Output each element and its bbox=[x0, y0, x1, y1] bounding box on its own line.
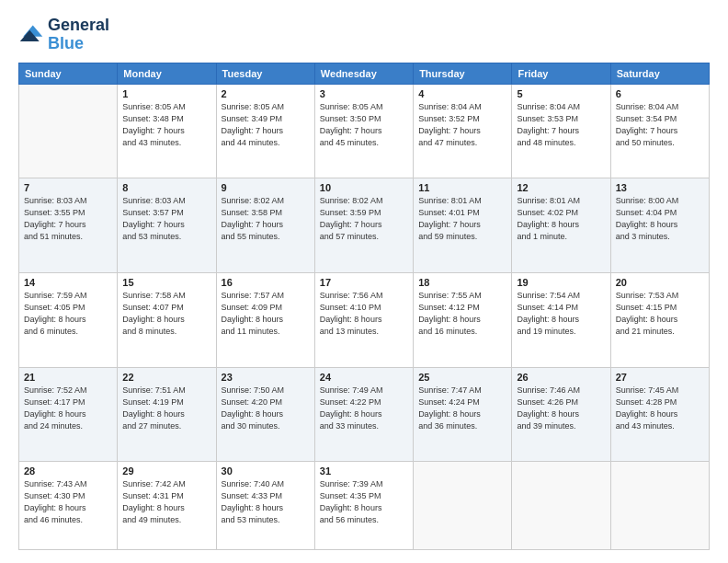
calendar-week-row: 14Sunrise: 7:59 AM Sunset: 4:05 PM Dayli… bbox=[19, 272, 710, 367]
day-info: Sunrise: 8:03 AM Sunset: 3:57 PM Dayligh… bbox=[122, 195, 210, 243]
day-number: 25 bbox=[418, 372, 506, 383]
day-number: 6 bbox=[616, 88, 704, 99]
calendar-cell: 8Sunrise: 8:03 AM Sunset: 3:57 PM Daylig… bbox=[118, 178, 216, 273]
logo-icon bbox=[18, 22, 44, 48]
day-info: Sunrise: 8:05 AM Sunset: 3:50 PM Dayligh… bbox=[320, 101, 408, 149]
day-info: Sunrise: 7:40 AM Sunset: 4:33 PM Dayligh… bbox=[222, 478, 310, 526]
day-number: 24 bbox=[320, 372, 408, 383]
calendar-cell bbox=[19, 84, 118, 178]
day-number: 30 bbox=[222, 465, 310, 477]
calendar-cell: 21Sunrise: 7:52 AM Sunset: 4:17 PM Dayli… bbox=[19, 367, 118, 462]
day-info: Sunrise: 8:02 AM Sunset: 3:59 PM Dayligh… bbox=[320, 195, 408, 243]
calendar-week-row: 1Sunrise: 8:05 AM Sunset: 3:48 PM Daylig… bbox=[19, 84, 710, 178]
calendar-cell: 3Sunrise: 8:05 AM Sunset: 3:50 PM Daylig… bbox=[314, 84, 413, 178]
day-number: 7 bbox=[24, 182, 112, 193]
calendar-cell: 31Sunrise: 7:39 AM Sunset: 4:35 PM Dayli… bbox=[314, 462, 413, 550]
day-number: 8 bbox=[122, 182, 210, 193]
col-sunday: Sunday bbox=[19, 63, 118, 84]
col-tuesday: Tuesday bbox=[216, 63, 314, 84]
calendar-cell: 9Sunrise: 8:02 AM Sunset: 3:58 PM Daylig… bbox=[216, 178, 314, 273]
calendar-cell: 17Sunrise: 7:56 AM Sunset: 4:10 PM Dayli… bbox=[314, 272, 413, 367]
day-number: 10 bbox=[320, 182, 408, 193]
day-number: 31 bbox=[320, 465, 408, 477]
calendar-cell: 26Sunrise: 7:46 AM Sunset: 4:26 PM Dayli… bbox=[512, 367, 610, 462]
day-info: Sunrise: 8:01 AM Sunset: 4:01 PM Dayligh… bbox=[418, 195, 506, 243]
day-number: 11 bbox=[418, 182, 506, 193]
day-number: 2 bbox=[222, 88, 310, 99]
day-number: 27 bbox=[616, 372, 704, 383]
calendar-cell: 1Sunrise: 8:05 AM Sunset: 3:48 PM Daylig… bbox=[118, 84, 216, 178]
col-monday: Monday bbox=[118, 63, 216, 84]
calendar-cell bbox=[610, 462, 709, 550]
calendar-header-row: Sunday Monday Tuesday Wednesday Thursday… bbox=[19, 63, 710, 84]
calendar-cell: 20Sunrise: 7:53 AM Sunset: 4:15 PM Dayli… bbox=[610, 272, 709, 367]
calendar-cell: 15Sunrise: 7:58 AM Sunset: 4:07 PM Dayli… bbox=[118, 272, 216, 367]
calendar-cell: 11Sunrise: 8:01 AM Sunset: 4:01 PM Dayli… bbox=[414, 178, 512, 273]
header: General Blue bbox=[18, 17, 710, 53]
day-number: 26 bbox=[517, 372, 605, 383]
calendar-cell bbox=[414, 462, 512, 550]
day-number: 15 bbox=[122, 277, 210, 288]
calendar-week-row: 21Sunrise: 7:52 AM Sunset: 4:17 PM Dayli… bbox=[19, 367, 710, 462]
day-info: Sunrise: 7:45 AM Sunset: 4:28 PM Dayligh… bbox=[616, 385, 704, 432]
calendar: Sunday Monday Tuesday Wednesday Thursday… bbox=[18, 63, 710, 550]
calendar-cell: 4Sunrise: 8:04 AM Sunset: 3:52 PM Daylig… bbox=[414, 84, 512, 178]
day-info: Sunrise: 8:04 AM Sunset: 3:52 PM Dayligh… bbox=[418, 101, 506, 149]
day-info: Sunrise: 7:55 AM Sunset: 4:12 PM Dayligh… bbox=[418, 290, 506, 338]
day-number: 4 bbox=[418, 88, 506, 99]
day-info: Sunrise: 8:05 AM Sunset: 3:48 PM Dayligh… bbox=[122, 101, 210, 149]
calendar-week-row: 7Sunrise: 8:03 AM Sunset: 3:55 PM Daylig… bbox=[19, 178, 710, 273]
day-number: 20 bbox=[616, 277, 704, 288]
day-info: Sunrise: 7:52 AM Sunset: 4:17 PM Dayligh… bbox=[24, 385, 112, 432]
day-number: 23 bbox=[222, 372, 310, 383]
day-info: Sunrise: 8:05 AM Sunset: 3:49 PM Dayligh… bbox=[222, 101, 310, 149]
calendar-cell: 10Sunrise: 8:02 AM Sunset: 3:59 PM Dayli… bbox=[314, 178, 413, 273]
calendar-cell: 2Sunrise: 8:05 AM Sunset: 3:49 PM Daylig… bbox=[216, 84, 314, 178]
calendar-cell: 7Sunrise: 8:03 AM Sunset: 3:55 PM Daylig… bbox=[19, 178, 118, 273]
day-number: 19 bbox=[517, 277, 605, 288]
calendar-cell: 19Sunrise: 7:54 AM Sunset: 4:14 PM Dayli… bbox=[512, 272, 610, 367]
day-info: Sunrise: 7:49 AM Sunset: 4:22 PM Dayligh… bbox=[320, 385, 408, 432]
day-info: Sunrise: 7:57 AM Sunset: 4:09 PM Dayligh… bbox=[222, 290, 310, 338]
day-info: Sunrise: 7:53 AM Sunset: 4:15 PM Dayligh… bbox=[616, 290, 704, 338]
calendar-cell: 24Sunrise: 7:49 AM Sunset: 4:22 PM Dayli… bbox=[314, 367, 413, 462]
logo-text: General Blue bbox=[48, 17, 109, 53]
day-info: Sunrise: 8:01 AM Sunset: 4:02 PM Dayligh… bbox=[517, 195, 605, 243]
day-number: 3 bbox=[320, 88, 408, 99]
day-number: 17 bbox=[320, 277, 408, 288]
day-info: Sunrise: 8:03 AM Sunset: 3:55 PM Dayligh… bbox=[24, 195, 112, 243]
day-info: Sunrise: 7:58 AM Sunset: 4:07 PM Dayligh… bbox=[122, 290, 210, 338]
day-number: 16 bbox=[222, 277, 310, 288]
day-info: Sunrise: 7:56 AM Sunset: 4:10 PM Dayligh… bbox=[320, 290, 408, 338]
day-number: 5 bbox=[517, 88, 605, 99]
day-info: Sunrise: 8:00 AM Sunset: 4:04 PM Dayligh… bbox=[616, 195, 704, 243]
col-friday: Friday bbox=[512, 63, 610, 84]
calendar-cell: 22Sunrise: 7:51 AM Sunset: 4:19 PM Dayli… bbox=[118, 367, 216, 462]
calendar-cell: 30Sunrise: 7:40 AM Sunset: 4:33 PM Dayli… bbox=[216, 462, 314, 550]
day-info: Sunrise: 8:02 AM Sunset: 3:58 PM Dayligh… bbox=[222, 195, 310, 243]
calendar-cell: 29Sunrise: 7:42 AM Sunset: 4:31 PM Dayli… bbox=[118, 462, 216, 550]
day-info: Sunrise: 7:42 AM Sunset: 4:31 PM Dayligh… bbox=[122, 478, 210, 526]
calendar-cell: 12Sunrise: 8:01 AM Sunset: 4:02 PM Dayli… bbox=[512, 178, 610, 273]
calendar-cell: 13Sunrise: 8:00 AM Sunset: 4:04 PM Dayli… bbox=[610, 178, 709, 273]
calendar-cell: 27Sunrise: 7:45 AM Sunset: 4:28 PM Dayli… bbox=[610, 367, 709, 462]
calendar-week-row: 28Sunrise: 7:43 AM Sunset: 4:30 PM Dayli… bbox=[19, 462, 710, 550]
col-saturday: Saturday bbox=[610, 63, 709, 84]
day-number: 18 bbox=[418, 277, 506, 288]
page: General Blue Sunday Monday Tuesday Wedne… bbox=[0, 0, 728, 563]
day-info: Sunrise: 8:04 AM Sunset: 3:53 PM Dayligh… bbox=[517, 101, 605, 149]
day-info: Sunrise: 7:43 AM Sunset: 4:30 PM Dayligh… bbox=[24, 478, 112, 526]
calendar-cell: 16Sunrise: 7:57 AM Sunset: 4:09 PM Dayli… bbox=[216, 272, 314, 367]
calendar-cell: 28Sunrise: 7:43 AM Sunset: 4:30 PM Dayli… bbox=[19, 462, 118, 550]
day-number: 9 bbox=[222, 182, 310, 193]
day-number: 12 bbox=[517, 182, 605, 193]
calendar-cell: 18Sunrise: 7:55 AM Sunset: 4:12 PM Dayli… bbox=[414, 272, 512, 367]
logo: General Blue bbox=[18, 17, 109, 53]
day-number: 22 bbox=[122, 372, 210, 383]
day-info: Sunrise: 7:54 AM Sunset: 4:14 PM Dayligh… bbox=[517, 290, 605, 338]
day-info: Sunrise: 7:39 AM Sunset: 4:35 PM Dayligh… bbox=[320, 478, 408, 526]
day-info: Sunrise: 8:04 AM Sunset: 3:54 PM Dayligh… bbox=[616, 101, 704, 149]
col-thursday: Thursday bbox=[414, 63, 512, 84]
calendar-cell: 25Sunrise: 7:47 AM Sunset: 4:24 PM Dayli… bbox=[414, 367, 512, 462]
calendar-cell: 6Sunrise: 8:04 AM Sunset: 3:54 PM Daylig… bbox=[610, 84, 709, 178]
